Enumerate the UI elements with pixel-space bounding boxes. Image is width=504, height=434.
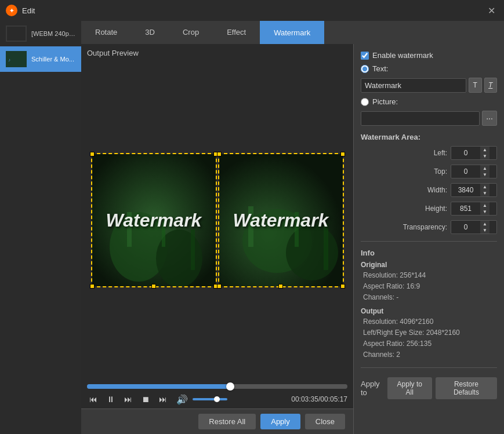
text-bold-button[interactable]: T [469,78,482,93]
video-frame-1: Watermark [91,153,217,287]
progress-thumb[interactable] [226,382,234,391]
watermark-area-title: Watermark Area: [361,133,497,141]
next-button[interactable]: ⏭ [157,393,169,405]
preview-canvas: Watermark [81,60,353,381]
tab-crop[interactable]: Crop [169,21,213,44]
frame-canvas-1: Watermark [92,154,216,286]
tab-watermark[interactable]: Watermark [260,21,324,44]
text-option-row: Text: [361,64,497,73]
tab-3d[interactable]: 3D [131,21,169,44]
title-bar: ✦ Edit ✕ [0,0,504,21]
width-arrows: ▲ ▼ [480,184,490,196]
video-frames: Watermark [91,153,344,287]
left-down[interactable]: ▼ [480,153,490,159]
handle-bm-1[interactable] [151,284,156,289]
height-down[interactable]: ▼ [480,209,490,215]
transparency-label: Transparency: [401,223,447,231]
sidebar-item-0[interactable]: [WEBM 240p] ... [0,21,81,46]
width-input[interactable] [451,184,480,196]
restore-all-button[interactable]: Restore All [198,414,256,429]
play-pause-button[interactable]: ⏸ [104,393,117,405]
left-field-row: Left: ▲ ▼ [361,146,497,160]
apply-to-label: Apply to [361,380,387,397]
handle-bm-2[interactable] [278,284,283,289]
sidebar-item-1[interactable]: ♪ Schiller & Mo... [0,46,81,72]
left-arrows: ▲ ▼ [480,147,490,159]
transparency-down[interactable]: ▼ [480,227,490,234]
top-arrows: ▲ ▼ [480,165,490,178]
transparency-input[interactable] [451,221,480,233]
width-up[interactable]: ▲ [480,184,490,190]
window-title: Edit [22,6,35,15]
volume-icon: 🔊 [176,394,188,405]
handle-br-2[interactable] [340,284,345,289]
skip-back-button[interactable]: ⏮ [87,393,100,405]
volume-thumb[interactable] [214,396,220,402]
restore-defaults-button[interactable]: Restore Defaults [436,377,497,399]
height-label: Height: [401,205,447,213]
text-input-row: T T [361,78,497,93]
handle-bl-1[interactable] [90,284,95,289]
height-input[interactable] [451,203,480,214]
close-button[interactable]: Close [305,414,345,429]
picture-radio-label[interactable]: Picture: [372,97,398,106]
sidebar-thumb-1: ♪ [6,51,27,67]
time-display: 00:03:35/00:05:17 [291,395,347,403]
picture-radio[interactable] [361,98,369,106]
apply-to-all-button[interactable]: Apply to All [387,377,432,399]
handle-bl-2[interactable] [217,284,222,289]
divider-2 [361,367,497,368]
stop-button[interactable]: ⏹ [139,393,152,405]
original-aspect: Aspect Ratio: 16:9 [361,281,497,292]
tab-rotate[interactable]: Rotate [81,21,131,44]
width-label: Width: [401,186,447,194]
height-arrows: ▲ ▼ [480,202,490,215]
browse-picture-button[interactable]: ··· [482,111,497,126]
left-label: Left: [401,149,447,157]
progress-bar[interactable] [87,384,347,389]
editor-body: Output Preview [81,44,504,434]
left-input[interactable] [451,147,480,159]
controls-row: ⏮ ⏸ ⏭ ⏹ ⏭ 🔊 00:03:35/00:05:17 [87,393,347,405]
text-radio[interactable] [361,65,369,73]
original-label: Original [361,261,497,269]
video-frame-2: Watermark [218,153,344,287]
apply-to-row: Apply to Apply to All Restore Defaults [361,377,497,399]
divider-1 [361,241,497,242]
bottom-bar: Restore All Apply Close [81,409,353,434]
close-window-button[interactable]: ✕ [484,3,498,17]
preview-panel: Output Preview [81,44,353,434]
watermark-overlay-2: Watermark [233,210,329,231]
enable-watermark-checkbox[interactable] [361,52,369,60]
output-eye-size: Left/Right Eye Size: 2048*2160 [361,327,497,338]
app-icon: ✦ [6,5,17,16]
top-field-row: Top: ▲ ▼ [361,165,497,178]
handle-tl-1[interactable] [90,152,95,156]
text-radio-label[interactable]: Text: [372,64,388,73]
skip-forward-button[interactable]: ⏭ [122,393,135,405]
sidebar-label-1: Schiller & Mo... [31,56,74,63]
enable-watermark-label[interactable]: Enable watermark [372,51,433,60]
transparency-up[interactable]: ▲ [480,221,490,227]
handle-tr-2[interactable] [340,152,345,156]
height-up[interactable]: ▲ [480,202,490,209]
apply-button[interactable]: Apply [260,414,300,429]
left-up[interactable]: ▲ [480,147,490,153]
volume-slider[interactable] [193,398,227,400]
right-panel: Enable watermark Text: T T [353,44,504,434]
tab-effect[interactable]: Effect [213,21,260,44]
picture-path-input[interactable] [361,111,480,126]
top-input[interactable] [451,166,480,177]
text-style-button[interactable]: T [484,78,498,93]
handle-tl-2[interactable] [217,152,222,156]
content-area: Rotate 3D Crop Effect Watermark Output P… [81,21,504,434]
watermark-text-input[interactable] [361,78,466,93]
height-field-row: Height: ▲ ▼ [361,202,497,216]
top-down[interactable]: ▼ [480,172,490,178]
width-field-row: Width: ▲ ▼ [361,183,497,197]
main-layout: [WEBM 240p] ... ♪ Schiller & Mo... Rotat… [0,21,504,434]
width-down[interactable]: ▼ [480,190,490,196]
output-label: Output [361,307,497,315]
svg-text:♪: ♪ [8,57,10,63]
top-up[interactable]: ▲ [480,165,490,172]
